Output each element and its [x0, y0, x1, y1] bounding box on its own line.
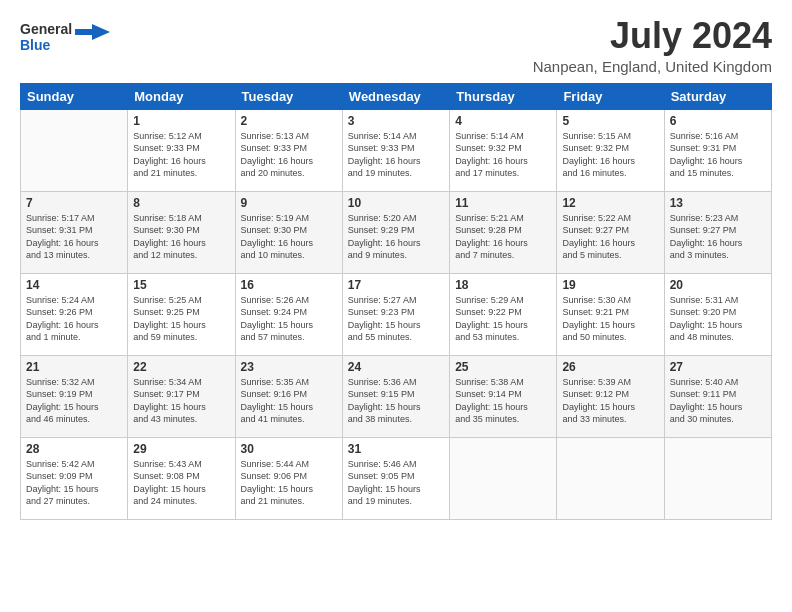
calendar-week-0: 1Sunrise: 5:12 AM Sunset: 9:33 PM Daylig…	[21, 109, 772, 191]
day-info: Sunrise: 5:18 AM Sunset: 9:30 PM Dayligh…	[133, 212, 229, 262]
day-number: 4	[455, 114, 551, 128]
header-saturday: Saturday	[664, 83, 771, 109]
calendar-cell: 18Sunrise: 5:29 AM Sunset: 9:22 PM Dayli…	[450, 273, 557, 355]
calendar-cell: 27Sunrise: 5:40 AM Sunset: 9:11 PM Dayli…	[664, 355, 771, 437]
calendar-cell: 9Sunrise: 5:19 AM Sunset: 9:30 PM Daylig…	[235, 191, 342, 273]
calendar-cell: 10Sunrise: 5:20 AM Sunset: 9:29 PM Dayli…	[342, 191, 449, 273]
day-info: Sunrise: 5:14 AM Sunset: 9:32 PM Dayligh…	[455, 130, 551, 180]
calendar-cell: 25Sunrise: 5:38 AM Sunset: 9:14 PM Dayli…	[450, 355, 557, 437]
day-info: Sunrise: 5:40 AM Sunset: 9:11 PM Dayligh…	[670, 376, 766, 426]
calendar-cell: 4Sunrise: 5:14 AM Sunset: 9:32 PM Daylig…	[450, 109, 557, 191]
day-info: Sunrise: 5:13 AM Sunset: 9:33 PM Dayligh…	[241, 130, 337, 180]
day-number: 17	[348, 278, 444, 292]
calendar-cell: 5Sunrise: 5:15 AM Sunset: 9:32 PM Daylig…	[557, 109, 664, 191]
day-number: 5	[562, 114, 658, 128]
day-info: Sunrise: 5:12 AM Sunset: 9:33 PM Dayligh…	[133, 130, 229, 180]
day-number: 9	[241, 196, 337, 210]
calendar-cell	[664, 437, 771, 519]
calendar-cell: 14Sunrise: 5:24 AM Sunset: 9:26 PM Dayli…	[21, 273, 128, 355]
calendar-cell: 12Sunrise: 5:22 AM Sunset: 9:27 PM Dayli…	[557, 191, 664, 273]
day-info: Sunrise: 5:14 AM Sunset: 9:33 PM Dayligh…	[348, 130, 444, 180]
day-info: Sunrise: 5:34 AM Sunset: 9:17 PM Dayligh…	[133, 376, 229, 426]
day-number: 24	[348, 360, 444, 374]
day-number: 18	[455, 278, 551, 292]
calendar-cell: 7Sunrise: 5:17 AM Sunset: 9:31 PM Daylig…	[21, 191, 128, 273]
day-info: Sunrise: 5:22 AM Sunset: 9:27 PM Dayligh…	[562, 212, 658, 262]
day-info: Sunrise: 5:25 AM Sunset: 9:25 PM Dayligh…	[133, 294, 229, 344]
weekday-header-row: Sunday Monday Tuesday Wednesday Thursday…	[21, 83, 772, 109]
day-number: 6	[670, 114, 766, 128]
calendar-cell: 13Sunrise: 5:23 AM Sunset: 9:27 PM Dayli…	[664, 191, 771, 273]
day-number: 19	[562, 278, 658, 292]
day-info: Sunrise: 5:39 AM Sunset: 9:12 PM Dayligh…	[562, 376, 658, 426]
calendar-cell: 23Sunrise: 5:35 AM Sunset: 9:16 PM Dayli…	[235, 355, 342, 437]
day-number: 7	[26, 196, 122, 210]
day-info: Sunrise: 5:36 AM Sunset: 9:15 PM Dayligh…	[348, 376, 444, 426]
day-number: 25	[455, 360, 551, 374]
day-number: 10	[348, 196, 444, 210]
day-number: 8	[133, 196, 229, 210]
header-sunday: Sunday	[21, 83, 128, 109]
calendar-cell: 8Sunrise: 5:18 AM Sunset: 9:30 PM Daylig…	[128, 191, 235, 273]
day-info: Sunrise: 5:20 AM Sunset: 9:29 PM Dayligh…	[348, 212, 444, 262]
day-number: 23	[241, 360, 337, 374]
day-number: 1	[133, 114, 229, 128]
day-info: Sunrise: 5:23 AM Sunset: 9:27 PM Dayligh…	[670, 212, 766, 262]
day-number: 31	[348, 442, 444, 456]
day-number: 28	[26, 442, 122, 456]
day-info: Sunrise: 5:30 AM Sunset: 9:21 PM Dayligh…	[562, 294, 658, 344]
calendar-cell: 21Sunrise: 5:32 AM Sunset: 9:19 PM Dayli…	[21, 355, 128, 437]
main-title: July 2024	[533, 16, 772, 56]
calendar-cell: 19Sunrise: 5:30 AM Sunset: 9:21 PM Dayli…	[557, 273, 664, 355]
day-info: Sunrise: 5:35 AM Sunset: 9:16 PM Dayligh…	[241, 376, 337, 426]
calendar-cell: 1Sunrise: 5:12 AM Sunset: 9:33 PM Daylig…	[128, 109, 235, 191]
day-info: Sunrise: 5:43 AM Sunset: 9:08 PM Dayligh…	[133, 458, 229, 508]
day-info: Sunrise: 5:32 AM Sunset: 9:19 PM Dayligh…	[26, 376, 122, 426]
header-thursday: Thursday	[450, 83, 557, 109]
header-friday: Friday	[557, 83, 664, 109]
calendar-cell: 3Sunrise: 5:14 AM Sunset: 9:33 PM Daylig…	[342, 109, 449, 191]
day-number: 26	[562, 360, 658, 374]
day-info: Sunrise: 5:29 AM Sunset: 9:22 PM Dayligh…	[455, 294, 551, 344]
header-wednesday: Wednesday	[342, 83, 449, 109]
day-info: Sunrise: 5:21 AM Sunset: 9:28 PM Dayligh…	[455, 212, 551, 262]
logo-svg: General Blue	[20, 16, 110, 56]
calendar-week-1: 7Sunrise: 5:17 AM Sunset: 9:31 PM Daylig…	[21, 191, 772, 273]
header-monday: Monday	[128, 83, 235, 109]
calendar-week-4: 28Sunrise: 5:42 AM Sunset: 9:09 PM Dayli…	[21, 437, 772, 519]
header-tuesday: Tuesday	[235, 83, 342, 109]
day-info: Sunrise: 5:26 AM Sunset: 9:24 PM Dayligh…	[241, 294, 337, 344]
header: General Blue July 2024 Nanpean, England,…	[20, 16, 772, 75]
day-info: Sunrise: 5:27 AM Sunset: 9:23 PM Dayligh…	[348, 294, 444, 344]
day-number: 12	[562, 196, 658, 210]
day-number: 21	[26, 360, 122, 374]
calendar-week-3: 21Sunrise: 5:32 AM Sunset: 9:19 PM Dayli…	[21, 355, 772, 437]
day-info: Sunrise: 5:38 AM Sunset: 9:14 PM Dayligh…	[455, 376, 551, 426]
day-info: Sunrise: 5:46 AM Sunset: 9:05 PM Dayligh…	[348, 458, 444, 508]
day-info: Sunrise: 5:24 AM Sunset: 9:26 PM Dayligh…	[26, 294, 122, 344]
calendar-cell: 31Sunrise: 5:46 AM Sunset: 9:05 PM Dayli…	[342, 437, 449, 519]
subtitle: Nanpean, England, United Kingdom	[533, 58, 772, 75]
day-info: Sunrise: 5:15 AM Sunset: 9:32 PM Dayligh…	[562, 130, 658, 180]
day-number: 29	[133, 442, 229, 456]
title-block: July 2024 Nanpean, England, United Kingd…	[533, 16, 772, 75]
day-info: Sunrise: 5:19 AM Sunset: 9:30 PM Dayligh…	[241, 212, 337, 262]
svg-text:Blue: Blue	[20, 37, 51, 53]
calendar-cell: 6Sunrise: 5:16 AM Sunset: 9:31 PM Daylig…	[664, 109, 771, 191]
day-info: Sunrise: 5:16 AM Sunset: 9:31 PM Dayligh…	[670, 130, 766, 180]
calendar-table: Sunday Monday Tuesday Wednesday Thursday…	[20, 83, 772, 520]
calendar-cell: 17Sunrise: 5:27 AM Sunset: 9:23 PM Dayli…	[342, 273, 449, 355]
calendar-cell	[557, 437, 664, 519]
day-number: 14	[26, 278, 122, 292]
day-number: 20	[670, 278, 766, 292]
calendar-cell: 11Sunrise: 5:21 AM Sunset: 9:28 PM Dayli…	[450, 191, 557, 273]
calendar-cell: 29Sunrise: 5:43 AM Sunset: 9:08 PM Dayli…	[128, 437, 235, 519]
day-number: 30	[241, 442, 337, 456]
logo: General Blue	[20, 16, 110, 56]
calendar-page: General Blue July 2024 Nanpean, England,…	[0, 0, 792, 612]
calendar-cell	[21, 109, 128, 191]
calendar-cell: 2Sunrise: 5:13 AM Sunset: 9:33 PM Daylig…	[235, 109, 342, 191]
calendar-cell: 28Sunrise: 5:42 AM Sunset: 9:09 PM Dayli…	[21, 437, 128, 519]
calendar-cell: 20Sunrise: 5:31 AM Sunset: 9:20 PM Dayli…	[664, 273, 771, 355]
svg-text:General: General	[20, 21, 72, 37]
